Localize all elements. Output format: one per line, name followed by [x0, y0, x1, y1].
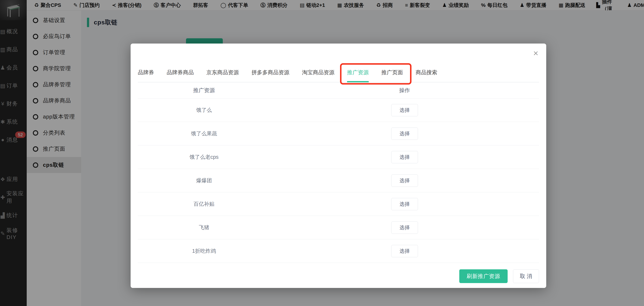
modal-tab[interactable]: 淘宝商品资源 — [302, 69, 334, 82]
modal-tab[interactable]: 推广资源 — [347, 69, 369, 82]
resource-name: 爆爆团 — [138, 177, 270, 184]
table-row: 1折吃炸鸡 选择 — [138, 239, 539, 263]
select-button[interactable]: 选择 — [391, 127, 418, 140]
modal-tab[interactable]: 推广页面 — [381, 69, 403, 82]
resource-name: 饿了么老cps — [138, 154, 270, 161]
table-header-row: 推广资源 操作 — [138, 82, 539, 98]
resource-name: 饿了么果蔬 — [138, 130, 270, 137]
modal-tab[interactable]: 商品搜索 — [416, 69, 437, 82]
table-row: 饿了么老cps 选择 — [138, 145, 539, 169]
select-button[interactable]: 选择 — [391, 151, 418, 163]
modal-tab[interactable]: 品牌券商品 — [167, 69, 194, 82]
resource-name: 百亿补贴 — [138, 201, 270, 208]
select-button[interactable]: 选择 — [391, 104, 418, 116]
modal-tab[interactable]: 品牌券 — [138, 69, 154, 82]
modal-tabs: 品牌券 品牌券商品 京东商品资源 拼多多商品资源 淘宝商品资源 推广资源 推广页… — [138, 69, 539, 82]
select-resource-modal: × 品牌券 品牌券商品 京东商品资源 拼多多商品资源 淘宝商品资源 推广资源 推… — [130, 44, 546, 288]
select-button[interactable]: 选择 — [391, 175, 418, 187]
column-header-resource: 推广资源 — [138, 87, 270, 94]
resource-name: 飞猪 — [138, 224, 270, 231]
modal-tab[interactable]: 拼多多商品资源 — [252, 69, 289, 82]
select-button[interactable]: 选择 — [391, 198, 418, 210]
select-button[interactable]: 选择 — [391, 245, 418, 257]
resource-table: 推广资源 操作 饿了么 选择 饿了么果蔬 选择 — [138, 82, 539, 263]
modal-tab[interactable]: 京东商品资源 — [206, 69, 239, 82]
table-body: 饿了么 选择 饿了么果蔬 选择 饿了么老cps 选择 — [138, 98, 539, 263]
resource-name: 饿了么 — [138, 107, 270, 114]
refresh-resources-button[interactable]: 刷新推广资源 — [459, 269, 508, 283]
table-row: 飞猪 选择 — [138, 216, 539, 239]
table-bottom-divider — [138, 263, 539, 263]
modal-footer: 刷新推广资源 取 消 — [138, 269, 539, 283]
resource-name: 1折吃炸鸡 — [138, 247, 270, 255]
select-button[interactable]: 选择 — [391, 221, 418, 234]
cancel-button[interactable]: 取 消 — [513, 269, 539, 283]
table-row: 百亿补贴 选择 — [138, 192, 539, 216]
table-row: 饿了么果蔬 选择 — [138, 122, 539, 145]
close-icon[interactable]: × — [533, 49, 538, 58]
table-row: 饿了么 选择 — [138, 98, 539, 122]
table-row: 爆爆团 选择 — [138, 169, 539, 192]
column-header-action: 操作 — [270, 87, 539, 94]
